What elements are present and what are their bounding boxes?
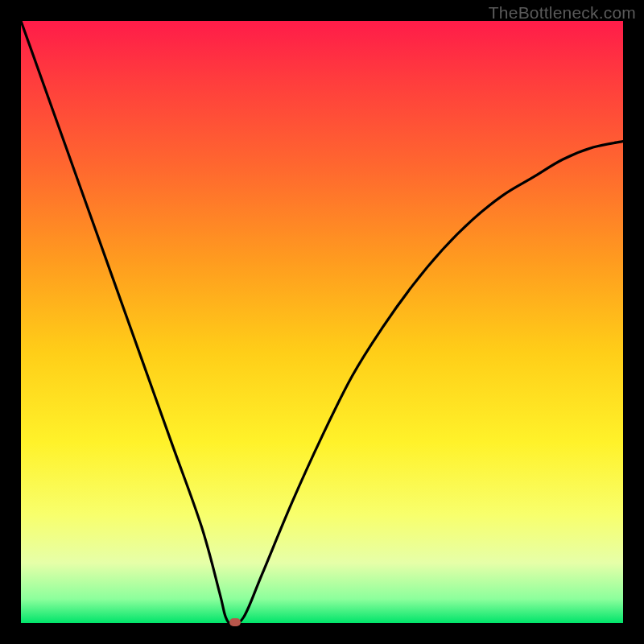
chart-frame: TheBottleneck.com bbox=[0, 0, 644, 644]
plot-area bbox=[21, 21, 623, 623]
minimum-marker bbox=[229, 618, 241, 626]
bottleneck-curve bbox=[21, 21, 623, 623]
watermark-label: TheBottleneck.com bbox=[489, 3, 636, 23]
